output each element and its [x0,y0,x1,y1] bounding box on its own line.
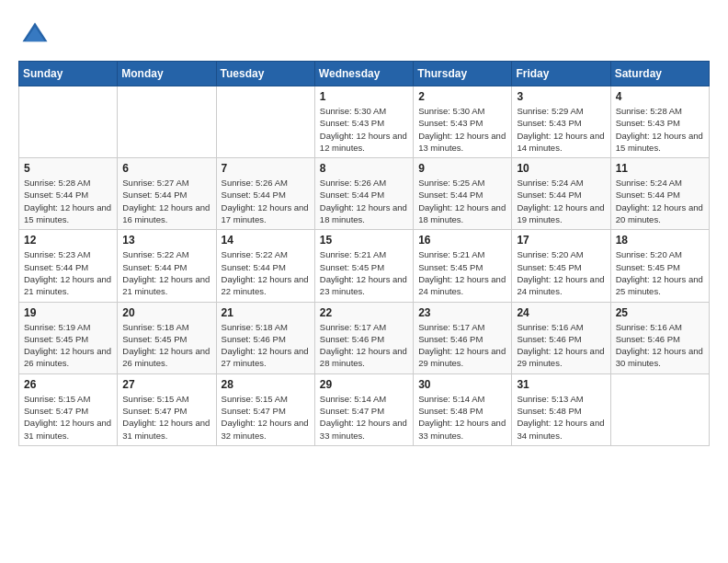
day-info: Sunrise: 5:20 AM Sunset: 5:45 PM Dayligh… [517,248,605,297]
day-info: Sunrise: 5:21 AM Sunset: 5:45 PM Dayligh… [418,248,506,297]
day-info: Sunrise: 5:25 AM Sunset: 5:44 PM Dayligh… [418,177,506,225]
day-info: Sunrise: 5:16 AM Sunset: 5:46 PM Dayligh… [517,321,605,370]
calendar-week-row: 5Sunrise: 5:28 AM Sunset: 5:44 PM Daylig… [19,158,710,230]
day-number: 1 [320,90,408,103]
day-info: Sunrise: 5:27 AM Sunset: 5:44 PM Dayligh… [122,177,210,225]
day-header: Tuesday [216,62,314,86]
calendar-cell: 22Sunrise: 5:17 AM Sunset: 5:46 PM Dayli… [314,302,413,373]
calendar-cell [610,373,709,445]
day-info: Sunrise: 5:28 AM Sunset: 5:43 PM Dayligh… [616,105,704,154]
day-number: 5 [24,162,112,175]
calendar-cell: 28Sunrise: 5:15 AM Sunset: 5:47 PM Dayli… [216,373,314,445]
day-number: 16 [418,234,506,247]
day-info: Sunrise: 5:30 AM Sunset: 5:43 PM Dayligh… [418,105,506,154]
day-info: Sunrise: 5:24 AM Sunset: 5:44 PM Dayligh… [517,177,605,225]
calendar-cell: 2Sunrise: 5:30 AM Sunset: 5:43 PM Daylig… [414,86,512,158]
day-number: 11 [616,162,704,175]
day-info: Sunrise: 5:21 AM Sunset: 5:45 PM Dayligh… [320,248,408,297]
calendar-cell: 7Sunrise: 5:26 AM Sunset: 5:44 PM Daylig… [216,158,314,230]
day-number: 6 [122,162,210,175]
calendar-cell: 26Sunrise: 5:15 AM Sunset: 5:47 PM Dayli… [19,373,118,445]
day-number: 28 [222,378,310,391]
calendar-cell: 4Sunrise: 5:28 AM Sunset: 5:43 PM Daylig… [610,86,709,158]
day-number: 24 [517,306,605,319]
day-header: Monday [118,62,216,86]
logo [18,18,57,52]
calendar-cell: 13Sunrise: 5:22 AM Sunset: 5:44 PM Dayli… [118,230,216,302]
day-info: Sunrise: 5:15 AM Sunset: 5:47 PM Dayligh… [122,393,210,442]
calendar-cell: 11Sunrise: 5:24 AM Sunset: 5:44 PM Dayli… [610,158,709,230]
day-number: 19 [24,306,112,319]
logo-icon [18,18,51,52]
day-number: 17 [517,234,605,247]
calendar-cell: 8Sunrise: 5:26 AM Sunset: 5:44 PM Daylig… [314,158,413,230]
day-info: Sunrise: 5:14 AM Sunset: 5:47 PM Dayligh… [320,393,408,442]
day-number: 26 [24,378,112,391]
day-number: 21 [222,306,310,319]
day-info: Sunrise: 5:23 AM Sunset: 5:44 PM Dayligh… [24,248,112,297]
day-number: 20 [122,306,210,319]
calendar-cell: 23Sunrise: 5:17 AM Sunset: 5:46 PM Dayli… [414,302,512,373]
calendar-header-row: SundayMondayTuesdayWednesdayThursdayFrid… [19,62,710,86]
calendar-cell: 19Sunrise: 5:19 AM Sunset: 5:45 PM Dayli… [19,302,118,373]
day-number: 2 [418,90,506,103]
day-number: 4 [616,90,704,103]
day-info: Sunrise: 5:24 AM Sunset: 5:44 PM Dayligh… [616,177,704,225]
day-info: Sunrise: 5:20 AM Sunset: 5:45 PM Dayligh… [616,248,704,297]
day-number: 27 [122,378,210,391]
day-info: Sunrise: 5:15 AM Sunset: 5:47 PM Dayligh… [24,393,112,442]
calendar-cell: 9Sunrise: 5:25 AM Sunset: 5:44 PM Daylig… [414,158,512,230]
day-info: Sunrise: 5:14 AM Sunset: 5:48 PM Dayligh… [418,393,506,442]
calendar-week-row: 19Sunrise: 5:19 AM Sunset: 5:45 PM Dayli… [19,302,710,373]
day-number: 12 [24,234,112,247]
day-info: Sunrise: 5:22 AM Sunset: 5:44 PM Dayligh… [122,248,210,297]
calendar-cell: 16Sunrise: 5:21 AM Sunset: 5:45 PM Dayli… [414,230,512,302]
day-info: Sunrise: 5:22 AM Sunset: 5:44 PM Dayligh… [222,248,310,297]
day-number: 23 [418,306,506,319]
calendar-cell: 17Sunrise: 5:20 AM Sunset: 5:45 PM Dayli… [512,230,610,302]
day-info: Sunrise: 5:16 AM Sunset: 5:46 PM Dayligh… [616,321,704,370]
day-number: 31 [517,378,605,391]
calendar-cell: 15Sunrise: 5:21 AM Sunset: 5:45 PM Dayli… [314,230,413,302]
day-number: 14 [222,234,310,247]
day-info: Sunrise: 5:13 AM Sunset: 5:48 PM Dayligh… [517,393,605,442]
calendar-cell: 5Sunrise: 5:28 AM Sunset: 5:44 PM Daylig… [19,158,118,230]
calendar-cell: 21Sunrise: 5:18 AM Sunset: 5:46 PM Dayli… [216,302,314,373]
calendar-cell: 25Sunrise: 5:16 AM Sunset: 5:46 PM Dayli… [610,302,709,373]
day-header: Friday [512,62,610,86]
calendar-cell: 30Sunrise: 5:14 AM Sunset: 5:48 PM Dayli… [414,373,512,445]
calendar-cell: 20Sunrise: 5:18 AM Sunset: 5:45 PM Dayli… [118,302,216,373]
day-number: 9 [418,162,506,175]
calendar-cell [216,86,314,158]
calendar-cell: 6Sunrise: 5:27 AM Sunset: 5:44 PM Daylig… [118,158,216,230]
calendar-cell [118,86,216,158]
calendar-cell: 24Sunrise: 5:16 AM Sunset: 5:46 PM Dayli… [512,302,610,373]
calendar-table: SundayMondayTuesdayWednesdayThursdayFrid… [18,61,710,446]
day-number: 7 [222,162,310,175]
day-info: Sunrise: 5:28 AM Sunset: 5:44 PM Dayligh… [24,177,112,225]
day-number: 8 [320,162,408,175]
calendar-cell: 27Sunrise: 5:15 AM Sunset: 5:47 PM Dayli… [118,373,216,445]
calendar-cell [19,86,118,158]
calendar-cell: 18Sunrise: 5:20 AM Sunset: 5:45 PM Dayli… [610,230,709,302]
calendar-week-row: 26Sunrise: 5:15 AM Sunset: 5:47 PM Dayli… [19,373,710,445]
day-header: Saturday [610,62,709,86]
day-info: Sunrise: 5:19 AM Sunset: 5:45 PM Dayligh… [24,321,112,370]
day-number: 29 [320,378,408,391]
day-number: 3 [517,90,605,103]
day-number: 10 [517,162,605,175]
page-header [18,18,710,52]
day-header: Wednesday [314,62,413,86]
day-info: Sunrise: 5:15 AM Sunset: 5:47 PM Dayligh… [222,393,310,442]
day-info: Sunrise: 5:17 AM Sunset: 5:46 PM Dayligh… [320,321,408,370]
day-info: Sunrise: 5:30 AM Sunset: 5:43 PM Dayligh… [320,105,408,154]
calendar-cell: 10Sunrise: 5:24 AM Sunset: 5:44 PM Dayli… [512,158,610,230]
calendar-week-row: 1Sunrise: 5:30 AM Sunset: 5:43 PM Daylig… [19,86,710,158]
calendar-week-row: 12Sunrise: 5:23 AM Sunset: 5:44 PM Dayli… [19,230,710,302]
day-info: Sunrise: 5:26 AM Sunset: 5:44 PM Dayligh… [320,177,408,225]
day-info: Sunrise: 5:18 AM Sunset: 5:46 PM Dayligh… [222,321,310,370]
day-number: 22 [320,306,408,319]
day-header: Sunday [19,62,118,86]
calendar-cell: 3Sunrise: 5:29 AM Sunset: 5:43 PM Daylig… [512,86,610,158]
calendar-cell: 1Sunrise: 5:30 AM Sunset: 5:43 PM Daylig… [314,86,413,158]
